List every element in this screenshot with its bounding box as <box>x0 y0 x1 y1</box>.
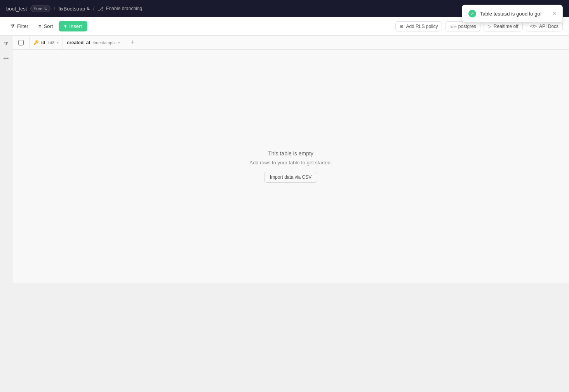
column-id[interactable]: 🔑 id int8 ▾ <box>30 36 63 49</box>
sort-icon: ≡ <box>38 23 42 29</box>
toolbar-left: ⧩ Filter ≡ Sort ▾ Insert <box>6 21 394 32</box>
insert-button[interactable]: ▾ Insert <box>59 21 87 31</box>
empty-subtitle: Add rows to your table to get started. <box>249 160 332 166</box>
created-at-col-type: timestamptz <box>92 40 115 45</box>
id-key-icon: 🔑 <box>33 40 39 45</box>
insert-label: Insert <box>69 23 82 29</box>
id-col-type: int8 <box>48 40 55 45</box>
branch-name[interactable]: fixBootstrap ⇅ <box>59 6 90 12</box>
table-content: 🔑 id int8 ▾ created_at timestamptz ▾ + T… <box>12 36 569 283</box>
created-at-col-name: created_at <box>67 40 90 45</box>
toast-success-icon: ✓ <box>468 10 476 17</box>
sort-button[interactable]: ≡ Sort <box>34 21 57 32</box>
project-name: boot_test <box>6 6 27 12</box>
api-docs-icon: </> <box>530 24 537 29</box>
table-header: 🔑 id int8 ▾ created_at timestamptz ▾ + <box>12 36 569 50</box>
table-area: ⧩ ••• 🔑 id int8 ▾ created_at <box>0 36 569 283</box>
realtime-label: Realtime off <box>494 24 519 29</box>
toast-message: Table testasd is good to go! <box>480 11 549 17</box>
filter-button[interactable]: ⧩ Filter <box>6 21 33 32</box>
role-badge: role postgres <box>445 21 480 31</box>
sidebar-filter-icon[interactable]: ⧩ <box>1 39 12 50</box>
toast-notification: ✓ Table testasd is good to go! × <box>462 5 563 23</box>
updown-icon: ⇅ <box>44 7 47 11</box>
bottom-scrollbar[interactable] <box>0 283 569 287</box>
id-col-chevron: ▾ <box>57 40 59 45</box>
import-csv-button[interactable]: Import data via CSV <box>264 172 317 183</box>
branch-updown-icon: ⇅ <box>87 7 90 11</box>
role-prefix: role <box>449 24 456 29</box>
insert-chevron-icon: ▾ <box>64 23 67 29</box>
created-at-col-chevron: ▾ <box>118 40 120 45</box>
content-area: ⧩ Filter ≡ Sort ▾ Insert ⊕ Add RLS polic… <box>0 17 569 287</box>
free-badge[interactable]: Free ⇅ <box>30 5 51 12</box>
empty-state: This table is empty Add rows to your tab… <box>12 50 569 283</box>
filter-icon: ⧩ <box>10 23 15 30</box>
api-docs-label: API Docs <box>539 24 559 29</box>
add-rls-label: Add RLS policy <box>406 24 438 29</box>
left-sidebar: ⧩ ••• <box>0 36 12 283</box>
enable-branching-button[interactable]: ⎇ Enable branching <box>98 6 142 12</box>
separator-1: / <box>54 5 55 12</box>
add-rls-button[interactable]: ⊕ Add RLS policy <box>395 21 442 31</box>
id-col-name: id <box>41 40 45 45</box>
checkbox-column[interactable] <box>12 36 30 49</box>
empty-title: This table is empty <box>268 150 313 157</box>
select-all-checkbox[interactable] <box>18 40 24 45</box>
sort-label: Sort <box>44 23 53 29</box>
api-docs-button[interactable]: </> API Docs <box>526 21 563 31</box>
realtime-button[interactable]: ▷ Realtime off <box>484 21 523 31</box>
filter-label: Filter <box>17 23 28 29</box>
realtime-icon: ▷ <box>488 24 491 29</box>
add-rls-icon: ⊕ <box>400 24 404 29</box>
add-column-button[interactable]: + <box>124 36 141 49</box>
enable-branching-label: Enable branching <box>106 6 142 11</box>
separator-2: / <box>93 5 94 12</box>
role-value: postgres <box>458 24 476 29</box>
column-created-at[interactable]: created_at timestamptz ▾ <box>63 36 124 49</box>
free-badge-label: Free <box>34 6 43 11</box>
branch-icon: ⎇ <box>98 6 104 12</box>
sidebar-more-icon[interactable]: ••• <box>1 53 12 64</box>
toast-close-button[interactable]: × <box>553 10 556 17</box>
toolbar-right: ⊕ Add RLS policy role postgres ▷ Realtim… <box>395 21 563 31</box>
